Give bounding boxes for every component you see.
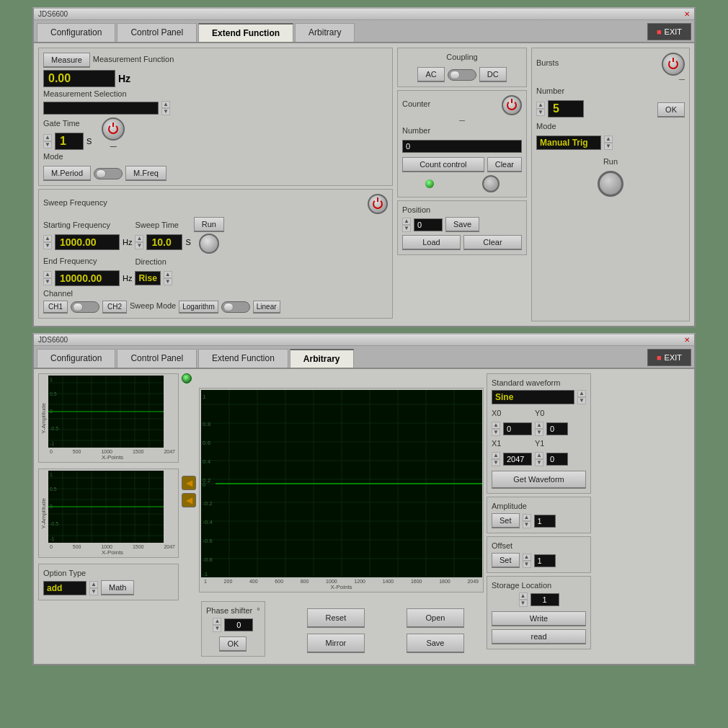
measurement-selection-spin[interactable]: ▲ ▼ xyxy=(161,101,170,115)
mirror-button[interactable]: Mirror xyxy=(307,634,365,653)
tab-control-panel-top[interactable]: Control Panel xyxy=(117,23,197,42)
get-waveform-button[interactable]: Get Waveform xyxy=(492,471,586,489)
tab-extend-function-top[interactable]: Extend Function xyxy=(198,23,293,42)
sweep-knob[interactable] xyxy=(199,234,219,254)
offset-spin[interactable]: ▲ ▼ xyxy=(523,554,531,568)
counter-reset-knob[interactable] xyxy=(482,175,500,192)
tab-arbitrary-top[interactable]: Arbitrary xyxy=(295,23,355,42)
bursts-run-knob[interactable] xyxy=(598,171,623,197)
spin-up[interactable]: ▲ xyxy=(161,101,170,108)
tab-configuration-bottom[interactable]: Configuration xyxy=(37,349,115,368)
exit-button-bottom[interactable]: ■ EXIT xyxy=(647,349,691,366)
bursts-power-btn[interactable] xyxy=(662,53,685,76)
small-chart2-svg: 1 0.5 0 -0.5 -1 xyxy=(48,471,164,543)
power-button-measure[interactable] xyxy=(102,117,125,141)
bursts-power-icon xyxy=(668,59,678,69)
svg-text:1: 1 xyxy=(50,377,53,382)
position-display: 0 xyxy=(414,218,443,231)
amplitude-set-button[interactable]: Set xyxy=(492,513,520,528)
start-freq-display: 1000.00 xyxy=(55,234,120,250)
m-freq-button[interactable]: M.Freq xyxy=(125,166,167,181)
sweep-time-spin[interactable]: ▲ ▼ xyxy=(135,235,143,249)
bursts-ok-button[interactable]: OK xyxy=(657,102,685,117)
amplitude-spin[interactable]: ▲ ▼ xyxy=(523,514,531,528)
position-save-button[interactable]: Save xyxy=(445,217,479,232)
ch2-button[interactable]: CH2 xyxy=(102,301,127,314)
linear-button[interactable]: Linear xyxy=(253,301,280,314)
phase-ok-button[interactable]: OK xyxy=(219,636,247,652)
count-control-button[interactable]: Count control xyxy=(402,157,484,172)
phase-shifter-section: Phase shifter ° ▲ ▼ 0 OK xyxy=(201,601,265,657)
tab-extend-function-bottom[interactable]: Extend Function xyxy=(198,349,288,368)
ch1-toggle[interactable] xyxy=(71,301,99,313)
measure-button[interactable]: Measure xyxy=(43,53,90,68)
storage-spin[interactable]: ▲ ▼ xyxy=(519,592,528,607)
x1-spin[interactable]: ▲ ▼ xyxy=(492,452,500,466)
svg-text:-0.5: -0.5 xyxy=(50,521,58,526)
mode-toggle[interactable] xyxy=(94,168,123,179)
bursts-label: Bursts xyxy=(536,58,559,67)
ch1-button[interactable]: CH1 xyxy=(43,301,68,314)
tab-arbitrary-bottom[interactable]: Arbitrary xyxy=(290,349,354,368)
coupling-toggle-knob xyxy=(450,71,460,79)
tab-control-panel-bottom[interactable]: Control Panel xyxy=(117,349,197,368)
y0-display: 0 xyxy=(546,422,568,435)
write-button[interactable]: Write xyxy=(492,611,586,626)
main-chart-x-label: X-Points xyxy=(201,584,481,590)
top-content: Measure Measurement Function 0.00 Hz Mea… xyxy=(34,43,694,326)
direction-spin[interactable]: ▲ ▼ xyxy=(164,271,172,285)
position-load-button[interactable]: Load xyxy=(402,235,461,250)
position-clear-button[interactable]: Clear xyxy=(463,235,522,250)
gate-time-display: 1 xyxy=(55,133,84,150)
waveform-type-spin[interactable]: ▲ ▼ xyxy=(577,390,586,404)
storage-section: Storage Location ▲ ▼ 1 Write read xyxy=(487,576,591,649)
bottom-close-btn[interactable]: ✕ xyxy=(684,336,690,344)
small-chart2-y-label: Y-Amplitude xyxy=(40,498,47,529)
x0-spin[interactable]: ▲ ▼ xyxy=(492,422,500,436)
run-button[interactable]: Run xyxy=(194,217,224,232)
end-freq-spin[interactable]: ▲ ▼ xyxy=(43,271,52,285)
power-button-sweep[interactable] xyxy=(368,194,388,214)
gate-time-spin[interactable]: ▲ ▼ xyxy=(43,134,52,148)
open-button[interactable]: Open xyxy=(407,608,464,628)
small-chart2-x-axis: 0500100015002047 xyxy=(48,544,177,549)
chart-indicator xyxy=(182,373,192,383)
option-type-spin[interactable]: ▲ ▼ xyxy=(89,581,98,595)
ac-button[interactable]: AC xyxy=(417,67,444,82)
math-button[interactable]: Math xyxy=(101,580,134,595)
coupling-toggle[interactable] xyxy=(448,69,476,81)
tab-configuration-top[interactable]: Configuration xyxy=(37,23,115,42)
arrow-left-down[interactable]: ◀ xyxy=(182,493,196,507)
spin-down[interactable]: ▼ xyxy=(161,108,170,115)
bursts-mode-spin[interactable]: ▲ ▼ xyxy=(604,136,613,150)
bursts-number-spin[interactable]: ▲ ▼ xyxy=(536,102,545,116)
logarithm-button[interactable]: Logarithm xyxy=(179,301,218,314)
reset-button[interactable]: Reset xyxy=(307,608,365,628)
small-chart1-x-axis: 0500100015002047 xyxy=(48,449,177,454)
offset-set-button[interactable]: Set xyxy=(492,553,520,568)
y0-spin[interactable]: ▲ ▼ xyxy=(535,422,543,436)
coupling-label: Coupling xyxy=(446,53,477,61)
top-close-btn[interactable]: ✕ xyxy=(684,10,690,18)
sweep-mode-toggle[interactable] xyxy=(221,301,250,313)
arrow-left-up[interactable]: ◀ xyxy=(182,476,196,490)
amplitude-display: 1 xyxy=(534,515,556,528)
phase-spin[interactable]: ▲ ▼ xyxy=(213,618,221,632)
mode-label: Mode xyxy=(43,152,63,161)
counter-power-btn[interactable] xyxy=(502,95,522,115)
read-button[interactable]: read xyxy=(492,629,586,644)
position-label: Position xyxy=(402,205,430,214)
bottom-tabs: Configuration Control Panel Extend Funct… xyxy=(34,346,694,369)
dc-button[interactable]: DC xyxy=(479,67,507,82)
start-freq-spin[interactable]: ▲ ▼ xyxy=(43,235,52,249)
y1-spin[interactable]: ▲ ▼ xyxy=(535,452,543,466)
exit-button-top[interactable]: ■ EXIT xyxy=(647,23,691,40)
svg-text:-1: -1 xyxy=(50,441,54,446)
left-panel: Measure Measurement Function 0.00 Hz Mea… xyxy=(38,48,393,321)
position-spin[interactable]: ▲ ▼ xyxy=(402,218,411,232)
counter-clear-button[interactable]: Clear xyxy=(487,157,522,172)
measurement-selection-label: Measurement Selection xyxy=(43,89,388,98)
save-button-arb[interactable]: Save xyxy=(407,634,464,653)
m-period-button[interactable]: M.Period xyxy=(43,166,91,181)
phase-display: 0 xyxy=(224,618,253,631)
